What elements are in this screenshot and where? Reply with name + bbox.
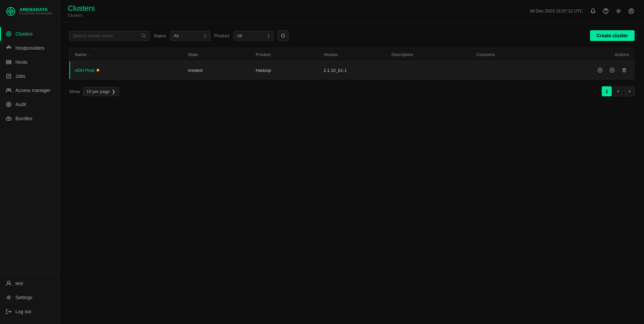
settings-button[interactable] — [614, 6, 623, 16]
product-filter-select[interactable]: All ❯ — [233, 31, 274, 41]
status-filter-arrow: ❯ — [204, 34, 207, 38]
table-header: Name ↓ State Product Version Description… — [69, 48, 634, 61]
sidebar-item-clusters[interactable]: Clusters — [0, 27, 59, 41]
svg-point-7 — [8, 34, 9, 34]
sidebar-item-settings[interactable]: Settings — [0, 290, 59, 305]
sidebar-item-access-manager[interactable]: Access manager — [0, 83, 59, 97]
refresh-button[interactable] — [278, 30, 288, 41]
th-product: Product — [256, 52, 323, 57]
svg-point-38 — [142, 34, 145, 37]
svg-point-10 — [8, 46, 9, 47]
sidebar-item-jobs[interactable]: Jobs — [0, 69, 59, 83]
td-version: 2.1.10_b1-1 — [324, 68, 391, 73]
svg-point-37 — [631, 9, 632, 11]
main: Clusters Clusters 08 Dec 2023 15:07:12 U… — [60, 0, 644, 324]
td-name: ADH Prod — [75, 68, 188, 73]
logo-sub: CLUSTER MANAGER — [19, 12, 52, 15]
page-controls: 1 — [602, 86, 635, 96]
table-row[interactable]: ADH Prod created Hadoop 2.1.10_b1-1 — [69, 61, 634, 79]
svg-rect-15 — [6, 60, 11, 62]
svg-rect-19 — [7, 74, 11, 78]
content: Status All ❯ Product All ❯ Create cluste… — [60, 22, 644, 324]
nav-items: Clusters Hostproviders — [0, 24, 59, 273]
hosts-icon — [5, 59, 12, 65]
show-label: Show — [69, 89, 80, 94]
chevron-left-icon — [616, 90, 620, 93]
access-manager-icon — [5, 87, 12, 94]
sidebar-item-label-clusters: Clusters — [15, 31, 33, 37]
notifications-button[interactable] — [588, 6, 598, 16]
add-icon — [609, 67, 615, 73]
user-icon — [5, 280, 12, 287]
th-version: Version — [324, 52, 391, 57]
clusters-table: Name ↓ State Product Version Description… — [69, 48, 635, 80]
sidebar-item-logout[interactable]: Log out — [0, 305, 59, 319]
jobs-icon — [5, 73, 12, 80]
svg-point-26 — [8, 104, 9, 105]
user-circle-icon — [628, 8, 634, 14]
sidebar-item-hosts[interactable]: Hosts — [0, 55, 59, 69]
svg-rect-16 — [6, 62, 11, 64]
action-add-button[interactable] — [607, 65, 617, 75]
page-prev-button[interactable] — [613, 86, 623, 96]
logo: ARENADATA CLUSTER MANAGER — [0, 0, 59, 24]
question-icon — [603, 8, 609, 14]
th-state: State — [188, 52, 256, 57]
sidebar-item-label-hosts: Hosts — [15, 59, 28, 65]
sidebar-item-bundles[interactable]: Bundles — [0, 111, 59, 126]
status-filter-select[interactable]: All ❯ — [170, 31, 210, 41]
sidebar-item-user[interactable]: test — [0, 276, 59, 290]
status-filter-label: Status — [154, 33, 166, 38]
action-upgrade-button[interactable] — [595, 65, 605, 75]
search-input[interactable] — [73, 33, 139, 38]
status-dot — [97, 69, 99, 72]
sidebar-item-label-user: test — [15, 281, 23, 286]
svg-point-34 — [605, 12, 606, 13]
search-box[interactable] — [69, 31, 150, 41]
th-concerns: Concerns — [476, 52, 561, 57]
page-size-value: 10 per page — [87, 89, 110, 94]
svg-point-35 — [618, 10, 620, 12]
toolbar: Status All ❯ Product All ❯ Create cluste… — [69, 30, 635, 41]
page-1-button[interactable]: 1 — [602, 86, 612, 96]
create-cluster-button[interactable]: Create cluster — [590, 30, 635, 41]
page-next-button[interactable] — [625, 86, 635, 96]
svg-point-22 — [7, 89, 9, 91]
header-right: 08 Dec 2023 15:07:12 UTC — [530, 6, 636, 16]
th-name: Name ↓ — [75, 52, 188, 57]
product-filter-value: All — [237, 33, 265, 38]
svg-rect-28 — [7, 117, 10, 118]
delete-icon — [622, 67, 627, 73]
sidebar-item-label-access-manager: Access manager — [15, 88, 50, 93]
chevron-right-icon — [628, 90, 631, 93]
sidebar-item-label-bundles: Bundles — [15, 116, 33, 121]
sidebar-item-audit[interactable]: Audit — [0, 97, 59, 111]
datetime-display: 08 Dec 2023 15:07:12 UTC — [530, 8, 583, 13]
sidebar-item-label-settings: Settings — [15, 295, 33, 300]
svg-point-30 — [7, 281, 10, 284]
show-select: Show 10 per page ❯ — [69, 87, 119, 96]
help-button[interactable] — [601, 6, 610, 16]
pagination: Show 10 per page ❯ 1 — [69, 86, 635, 96]
td-product: Hadoop — [256, 68, 323, 73]
page-title: Clusters — [68, 4, 95, 13]
svg-rect-45 — [623, 69, 626, 72]
sidebar-item-hostproviders[interactable]: Hostproviders — [0, 41, 59, 55]
svg-point-17 — [10, 61, 10, 61]
gear-icon — [615, 8, 622, 14]
logo-icon — [5, 5, 17, 17]
clusters-icon — [5, 31, 12, 37]
th-actions: Actions — [561, 52, 629, 57]
sidebar-item-label-jobs: Jobs — [15, 74, 25, 79]
logo-main: ARENADATA — [19, 7, 52, 12]
user-menu-button[interactable] — [627, 6, 636, 16]
header-left: Clusters Clusters — [68, 4, 95, 18]
header-icons — [588, 6, 636, 16]
td-state: created — [188, 68, 256, 73]
sort-icon-name: ↓ — [88, 53, 90, 57]
action-delete-button[interactable] — [620, 65, 629, 75]
sidebar-item-label-hostproviders: Hostproviders — [15, 45, 44, 51]
svg-line-39 — [145, 37, 146, 38]
page-size-select[interactable]: 10 per page ❯ — [83, 87, 119, 96]
sidebar-bottom: test Settings Log out — [0, 273, 59, 324]
